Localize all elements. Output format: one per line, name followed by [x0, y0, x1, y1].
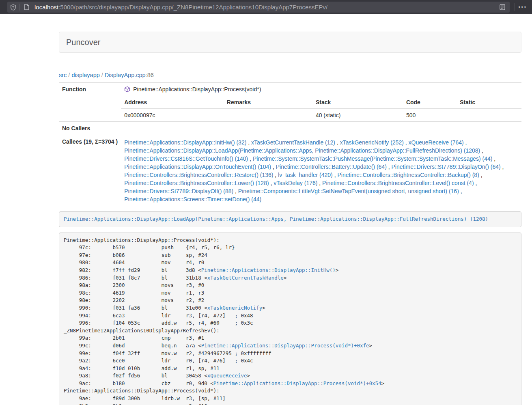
breadcrumb-separator: / [67, 72, 71, 78]
no-callers-label: No Callers [59, 122, 121, 135]
callee-link[interactable]: lv_task_handler (420) [278, 172, 333, 178]
callees-row: Callees (19, Σ=3704 ) Pinetime::Applicat… [59, 135, 521, 207]
page-icon[interactable] [21, 2, 32, 13]
reader-mode-icon[interactable] [497, 2, 508, 13]
callee-link[interactable]: Pinetime::Drivers::Cst816S::GetTouchInfo… [124, 155, 248, 162]
function-name: Pinetime::Applications::DisplayApp::Proc… [133, 85, 261, 93]
assembly-symbol-link[interactable]: Pinetime::Applications::DisplayApp::Proc… [201, 343, 369, 349]
callee-link[interactable]: xTaskGetCurrentTaskHandle (12) [251, 139, 335, 146]
symbol-cube-icon [124, 86, 130, 93]
browser-toolbar: localhost:5000/path/src/displayapp/Displ… [0, 0, 532, 14]
brand-panel: Puncover [59, 32, 521, 53]
brand-link[interactable]: Puncover [66, 38, 101, 47]
callees-label: Callees (19, Σ=3704 ) [59, 135, 121, 207]
callee-link[interactable]: xQueueReceive (764) [409, 139, 464, 146]
callee-link[interactable]: vTaskDelay (176) [274, 180, 317, 186]
breadcrumb-file[interactable]: DisplayApp.cpp [105, 72, 146, 78]
function-row-label: Function [59, 83, 121, 96]
callee-link[interactable]: Pinetime::Drivers::St7789::DisplayOff() … [124, 188, 233, 194]
stats-table: Address Remarks Stack Code Static 0x0000… [121, 96, 521, 121]
selected-callee-box: Pinetime::Applications::DisplayApp::Load… [59, 211, 521, 227]
url-host: localhost [34, 4, 58, 11]
callee-link[interactable]: Pinetime::Applications::DisplayApp::Load… [124, 147, 480, 154]
callee-link[interactable]: Pinetime::Applications::Screens::Timer::… [124, 196, 261, 202]
toolbar-divider [515, 3, 515, 11]
function-detail-table: Function Pinetime::Applications::Display… [59, 82, 521, 207]
callee-link[interactable]: Pinetime::Applications::DisplayApp::OnTo… [124, 164, 271, 170]
callee-link[interactable]: Pinetime::Controllers::BrightnessControl… [124, 172, 273, 178]
col-header-stack: Stack [312, 96, 403, 109]
assembly-pre: Pinetime::Applications::DisplayApp::Proc… [59, 233, 521, 405]
assembly-symbol-link[interactable]: xQueueReceive [207, 373, 247, 379]
callee-link[interactable]: Pinetime::Controllers::Battery::Update()… [276, 164, 387, 170]
callee-link[interactable]: Pinetime::Components::LittleVgl::SetNewT… [238, 188, 459, 194]
callees-list: Pinetime::Applications::DisplayApp::Init… [121, 135, 521, 207]
value-remarks [224, 109, 312, 121]
page-container: Puncover src / displayapp / DisplayApp.c… [59, 32, 521, 405]
breadcrumb-line-number: :86 [146, 72, 154, 78]
value-static [457, 109, 521, 121]
breadcrumb-src[interactable]: src [59, 72, 67, 78]
assembly-symbol-link[interactable]: Pinetime::Applications::DisplayApp::Init… [201, 267, 336, 273]
callee-link[interactable]: Pinetime::Controllers::BrightnessControl… [124, 180, 269, 186]
callee-link[interactable]: Pinetime::Controllers::BrightnessControl… [322, 180, 474, 186]
col-header-code: Code [403, 96, 457, 109]
stats-row: Address Remarks Stack Code Static 0x0000… [59, 96, 521, 122]
menu-icon[interactable]: ••• [518, 4, 532, 10]
breadcrumb: src / displayapp / DisplayApp.cpp:86 [59, 72, 521, 78]
callee-link[interactable]: Pinetime::System::SystemTask::PushMessag… [253, 155, 493, 162]
col-header-remarks: Remarks [224, 96, 312, 109]
value-stack: 40 (static) [312, 109, 403, 121]
callee-link[interactable]: Pinetime::Controllers::BrightnessControl… [337, 172, 479, 178]
callee-link[interactable]: Pinetime::Applications::DisplayApp::Init… [124, 139, 246, 146]
shield-icon[interactable] [7, 2, 19, 13]
col-header-address: Address [121, 96, 224, 109]
callers-row: No Callers [59, 122, 521, 135]
urlbar-divider [19, 4, 20, 11]
callee-link[interactable]: xTaskGenericNotify (252) [340, 139, 404, 146]
url-text[interactable]: localhost:5000/path/src/displayapp/Displ… [34, 4, 327, 11]
url-bar[interactable]: localhost:5000/path/src/displayapp/Displ… [7, 2, 510, 13]
assembly-symbol-link[interactable]: xTaskGetCurrentTaskHandle [207, 275, 284, 281]
value-address: 0x0000097c [121, 109, 224, 121]
breadcrumb-separator: / [100, 72, 105, 78]
function-row: Function Pinetime::Applications::Display… [59, 83, 521, 96]
assembly-symbol-link[interactable]: xTaskGenericNotify [207, 305, 262, 311]
assembly-symbol-link[interactable]: Pinetime::Applications::DisplayApp::Proc… [213, 380, 381, 386]
callee-link[interactable]: Pinetime::Drivers::St7789::DisplayOn() (… [392, 164, 501, 170]
breadcrumb-displayapp[interactable]: displayapp [71, 72, 99, 78]
selected-callee-link[interactable]: Pinetime::Applications::DisplayApp::Load… [64, 216, 488, 222]
value-code: 500 [403, 109, 457, 121]
url-path: :5000/path/src/displayapp/DisplayApp.cpp… [58, 4, 327, 11]
col-header-static: Static [457, 96, 521, 109]
